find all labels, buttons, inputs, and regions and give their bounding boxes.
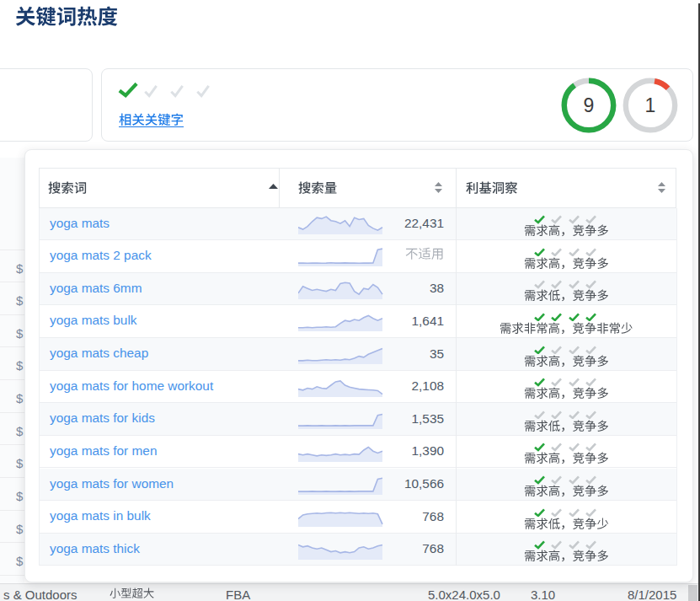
svg-text:1: 1 (645, 94, 656, 116)
svg-text:9: 9 (584, 94, 595, 116)
